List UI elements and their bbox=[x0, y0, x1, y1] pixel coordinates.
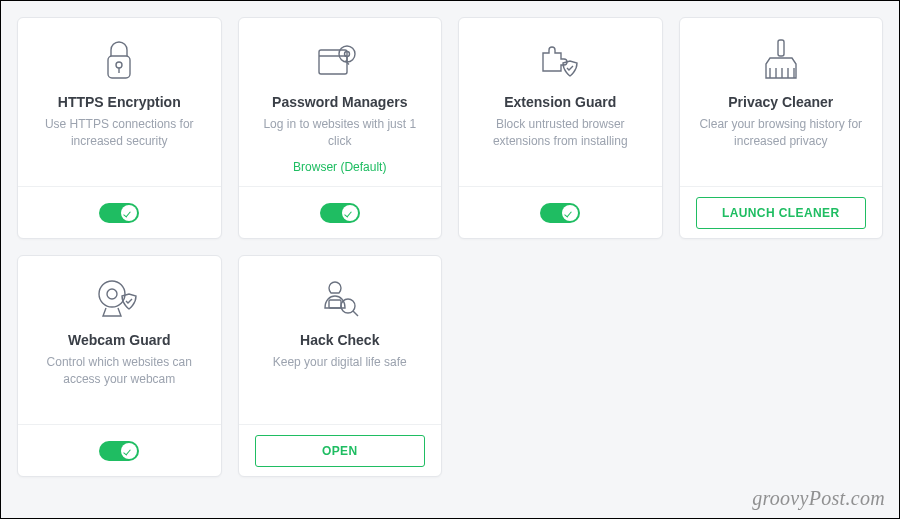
card-footer bbox=[459, 186, 662, 238]
card-footer bbox=[18, 186, 221, 238]
svg-point-6 bbox=[99, 281, 125, 307]
toggle-password-managers[interactable] bbox=[320, 203, 360, 223]
open-button[interactable]: OPEN bbox=[255, 435, 425, 467]
card-title: Privacy Cleaner bbox=[728, 94, 833, 110]
card-body: Privacy Cleaner Clear your browsing hist… bbox=[680, 18, 883, 186]
card-body: HTTPS Encryption Use HTTPS connections f… bbox=[18, 18, 221, 186]
card-extension-guard: Extension Guard Block untrusted browser … bbox=[458, 17, 663, 239]
toggle-https-encryption[interactable] bbox=[99, 203, 139, 223]
card-footer bbox=[239, 186, 442, 238]
card-title: HTTPS Encryption bbox=[58, 94, 181, 110]
svg-rect-2 bbox=[319, 50, 347, 74]
extension-icon bbox=[535, 36, 585, 86]
toggle-webcam-guard[interactable] bbox=[99, 441, 139, 461]
svg-rect-8 bbox=[329, 300, 341, 308]
card-title: Webcam Guard bbox=[68, 332, 170, 348]
card-body: Extension Guard Block untrusted browser … bbox=[459, 18, 662, 186]
card-title: Extension Guard bbox=[504, 94, 616, 110]
card-desc: Keep your digital life safe bbox=[269, 354, 411, 371]
svg-rect-5 bbox=[778, 40, 784, 56]
svg-point-9 bbox=[341, 299, 355, 313]
card-desc: Use HTTPS connections for increased secu… bbox=[32, 116, 207, 150]
password-icon bbox=[315, 36, 365, 86]
cleaner-icon bbox=[760, 36, 802, 86]
card-footer: OPEN bbox=[239, 424, 442, 476]
card-body: Hack Check Keep your digital life safe bbox=[239, 256, 442, 424]
svg-point-7 bbox=[107, 289, 117, 299]
webcam-icon bbox=[94, 274, 144, 324]
card-title: Password Managers bbox=[272, 94, 407, 110]
lock-icon bbox=[99, 36, 139, 86]
card-body: Password Managers Log in to websites wit… bbox=[239, 18, 442, 186]
hack-icon bbox=[315, 274, 365, 324]
toggle-extension-guard[interactable] bbox=[540, 203, 580, 223]
card-footer bbox=[18, 424, 221, 476]
svg-rect-0 bbox=[108, 56, 130, 78]
card-password-managers: Password Managers Log in to websites wit… bbox=[238, 17, 443, 239]
card-webcam-guard: Webcam Guard Control which websites can … bbox=[17, 255, 222, 477]
card-hack-check: Hack Check Keep your digital life safe O… bbox=[238, 255, 443, 477]
launch-cleaner-button[interactable]: LAUNCH CLEANER bbox=[696, 197, 866, 229]
card-extra-label: Browser (Default) bbox=[293, 160, 386, 174]
card-desc: Control which websites can access your w… bbox=[32, 354, 207, 388]
feature-grid: HTTPS Encryption Use HTTPS connections f… bbox=[1, 1, 899, 493]
card-footer: LAUNCH CLEANER bbox=[680, 186, 883, 238]
card-body: Webcam Guard Control which websites can … bbox=[18, 256, 221, 424]
svg-point-1 bbox=[116, 62, 122, 68]
card-desc: Clear your browsing history for increase… bbox=[694, 116, 869, 150]
card-desc: Log in to websites with just 1 click bbox=[253, 116, 428, 150]
card-privacy-cleaner: Privacy Cleaner Clear your browsing hist… bbox=[679, 17, 884, 239]
card-https-encryption: HTTPS Encryption Use HTTPS connections f… bbox=[17, 17, 222, 239]
card-desc: Block untrusted browser extensions from … bbox=[473, 116, 648, 150]
card-title: Hack Check bbox=[300, 332, 379, 348]
